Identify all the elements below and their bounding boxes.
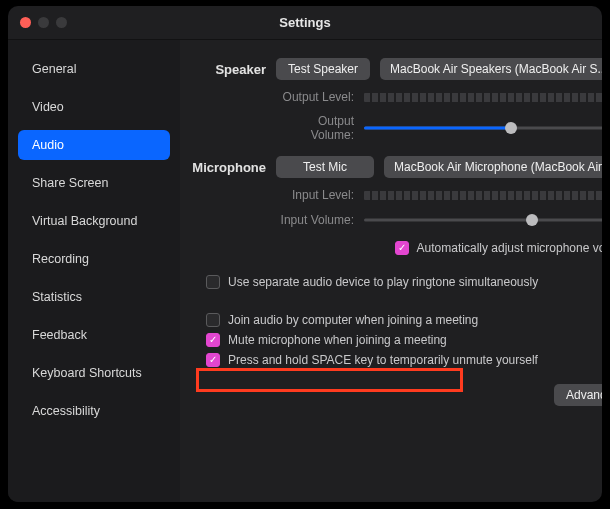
input-level-label: Input Level: [276, 188, 354, 202]
space-unmute-checkbox[interactable]: ✓ [206, 353, 220, 367]
microphone-heading: Microphone [188, 156, 266, 178]
titlebar: Settings [8, 6, 602, 40]
slider-thumb[interactable] [505, 122, 517, 134]
speaker-device-label: MacBook Air Speakers (MacBook Air S... [390, 62, 602, 76]
main-panel: Speaker Test Speaker MacBook Air Speaker… [180, 40, 602, 502]
space-unmute-label: Press and hold SPACE key to temporarily … [228, 353, 538, 367]
sidebar-item-general[interactable]: General [18, 54, 170, 84]
ringtone-label: Use separate audio device to play ringto… [228, 275, 538, 289]
mic-device-label: MacBook Air Microphone (MacBook Air... [394, 160, 602, 174]
slider-thumb[interactable] [526, 214, 538, 226]
test-speaker-button[interactable]: Test Speaker [276, 58, 370, 80]
mute-on-join-row: ✓ Mute microphone when joining a meeting [206, 330, 602, 350]
join-audio-label: Join audio by computer when joining a me… [228, 313, 478, 327]
auto-adjust-label: Automatically adjust microphone volume [417, 241, 602, 255]
output-level-label: Output Level: [276, 90, 354, 104]
output-level-meter [364, 93, 602, 102]
ringtone-checkbox[interactable] [206, 275, 220, 289]
join-audio-row: Join audio by computer when joining a me… [206, 310, 602, 330]
speaker-section: Speaker Test Speaker MacBook Air Speaker… [188, 58, 602, 142]
sidebar-item-accessibility[interactable]: Accessibility [18, 396, 170, 426]
sidebar: General Video Audio Share Screen Virtual… [8, 40, 180, 502]
output-volume-slider[interactable] [364, 120, 602, 136]
space-unmute-row: ✓ Press and hold SPACE key to temporaril… [206, 350, 602, 370]
microphone-section: Microphone Test Mic MacBook Air Micropho… [188, 156, 602, 258]
advanced-row: Advanced [188, 384, 602, 406]
auto-adjust-checkbox[interactable]: ✓ [395, 241, 409, 255]
speaker-device-select[interactable]: MacBook Air Speakers (MacBook Air S... ▲… [380, 58, 602, 80]
mic-device-select[interactable]: MacBook Air Microphone (MacBook Air... ▲… [384, 156, 602, 178]
speaker-heading: Speaker [188, 58, 266, 80]
minimize-icon[interactable] [38, 17, 49, 28]
mute-on-join-label: Mute microphone when joining a meeting [228, 333, 447, 347]
output-volume-label: Output Volume: [276, 114, 354, 142]
window-controls [20, 17, 67, 28]
advanced-button[interactable]: Advanced [554, 384, 602, 406]
close-icon[interactable] [20, 17, 31, 28]
sidebar-item-recording[interactable]: Recording [18, 244, 170, 274]
window-body: General Video Audio Share Screen Virtual… [8, 40, 602, 502]
sidebar-item-share-screen[interactable]: Share Screen [18, 168, 170, 198]
sidebar-item-video[interactable]: Video [18, 92, 170, 122]
settings-window: Settings General Video Audio Share Scree… [8, 6, 602, 502]
sidebar-item-audio[interactable]: Audio [18, 130, 170, 160]
input-volume-slider[interactable] [364, 212, 602, 228]
audio-options: Join audio by computer when joining a me… [206, 310, 602, 370]
zoom-icon[interactable] [56, 17, 67, 28]
auto-adjust-row: ✓ Automatically adjust microphone volume [276, 238, 602, 258]
test-mic-button[interactable]: Test Mic [276, 156, 374, 178]
mute-on-join-checkbox[interactable]: ✓ [206, 333, 220, 347]
sidebar-item-feedback[interactable]: Feedback [18, 320, 170, 350]
sidebar-item-virtual-background[interactable]: Virtual Background [18, 206, 170, 236]
join-audio-checkbox[interactable] [206, 313, 220, 327]
sidebar-item-keyboard-shortcuts[interactable]: Keyboard Shortcuts [18, 358, 170, 388]
sidebar-item-statistics[interactable]: Statistics [18, 282, 170, 312]
input-volume-label: Input Volume: [276, 213, 354, 227]
ringtone-row: Use separate audio device to play ringto… [206, 272, 602, 292]
window-title: Settings [8, 15, 602, 30]
slider-fill [364, 127, 511, 130]
input-level-meter [364, 191, 602, 200]
